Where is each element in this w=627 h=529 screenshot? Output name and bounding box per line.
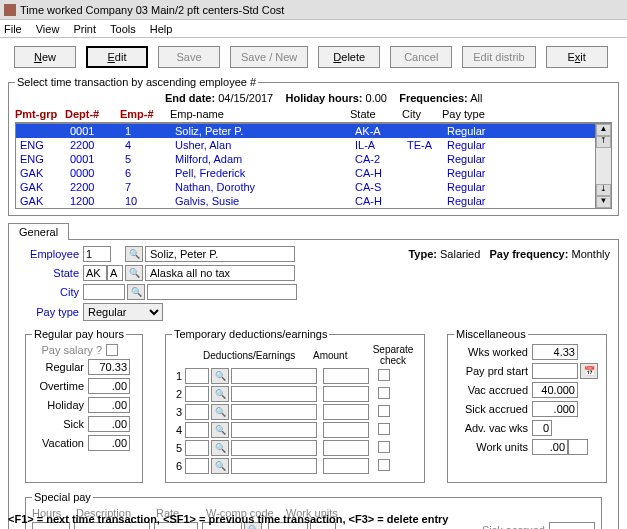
ded-amount-input[interactable] bbox=[323, 422, 369, 438]
ded-code-input[interactable] bbox=[185, 440, 209, 456]
scroll-top-icon[interactable]: ⤒ bbox=[596, 136, 611, 148]
calendar-icon[interactable]: 📅 bbox=[580, 363, 598, 379]
ded-lookup-icon[interactable]: 🔍 bbox=[211, 440, 229, 456]
tab-general[interactable]: General bbox=[8, 223, 69, 240]
paytype-label: Pay type bbox=[17, 306, 79, 318]
ded-lookup-icon[interactable]: 🔍 bbox=[211, 386, 229, 402]
ded-separate-checkbox[interactable] bbox=[378, 423, 390, 435]
footer-hint: <F1> = next time transaction, <SF1> = pr… bbox=[8, 513, 448, 525]
ded-desc-input[interactable] bbox=[231, 440, 317, 456]
scroll-down-icon[interactable]: ▼ bbox=[596, 196, 611, 208]
pay-salary-checkbox[interactable] bbox=[106, 344, 118, 356]
ded-lookup-icon[interactable]: 🔍 bbox=[211, 368, 229, 384]
ded-code-input[interactable] bbox=[185, 386, 209, 402]
edit-button[interactable]: Edit bbox=[86, 46, 148, 68]
ded-separate-checkbox[interactable] bbox=[378, 459, 390, 471]
work-units-input[interactable] bbox=[532, 439, 568, 455]
ded-desc-input[interactable] bbox=[231, 386, 317, 402]
employee-num-input[interactable] bbox=[83, 246, 111, 262]
ded-separate-checkbox[interactable] bbox=[378, 369, 390, 381]
ded-desc-input[interactable] bbox=[231, 404, 317, 420]
table-row[interactable]: ENG00015Milford, AdamCA-2Regular bbox=[16, 152, 595, 166]
misc-group: Miscellaneous Wks worked Pay prd start📅 … bbox=[447, 328, 607, 483]
employee-lookup-icon[interactable]: 🔍 bbox=[125, 246, 143, 262]
pay-salary-label: Pay salary ? bbox=[32, 344, 102, 356]
adv-vac-input[interactable] bbox=[532, 420, 552, 436]
app-icon bbox=[4, 4, 16, 16]
window-title: Time worked Company 03 Main/2 pft center… bbox=[20, 4, 284, 16]
menu-bar: File View Print Tools Help bbox=[0, 20, 627, 38]
new-button[interactable]: New bbox=[14, 46, 76, 68]
grid-scrollbar[interactable]: ▲ ⤒ ⤓ ▼ bbox=[596, 123, 612, 209]
employee-label: Employee bbox=[17, 248, 79, 260]
delete-button[interactable]: Delete bbox=[318, 46, 380, 68]
regular-hours-input[interactable] bbox=[88, 359, 130, 375]
ded-lookup-icon[interactable]: 🔍 bbox=[211, 404, 229, 420]
ded-amount-input[interactable] bbox=[323, 458, 369, 474]
type-label: Type: bbox=[408, 248, 437, 260]
menu-help[interactable]: Help bbox=[150, 23, 173, 35]
ded-code-input[interactable] bbox=[185, 422, 209, 438]
ded-separate-checkbox[interactable] bbox=[378, 387, 390, 399]
table-row[interactable]: 00011Soliz, Peter P.AK-ARegular bbox=[16, 124, 595, 138]
selector-info: End date: 04/15/2017 Holiday hours: 0.00… bbox=[15, 92, 612, 106]
table-row[interactable]: GAK120010Galvis, SusieCA-HRegular bbox=[16, 194, 595, 208]
ded-desc-input[interactable] bbox=[231, 458, 317, 474]
ded-amount-input[interactable] bbox=[323, 368, 369, 384]
holiday-hours-input[interactable] bbox=[88, 397, 130, 413]
state-lookup-icon[interactable]: 🔍 bbox=[125, 265, 143, 281]
pay-prd-input[interactable] bbox=[532, 363, 578, 379]
freq-value: Monthly bbox=[571, 248, 610, 260]
cancel-button: Cancel bbox=[390, 46, 452, 68]
state-desc-display: Alaska all no tax bbox=[145, 265, 295, 281]
sick-hours-input[interactable] bbox=[88, 416, 130, 432]
ded-desc-input[interactable] bbox=[231, 422, 317, 438]
toolbar: New Edit Save Save / New Delete Cancel E… bbox=[0, 38, 627, 72]
freq-label: Pay frequency: bbox=[490, 248, 569, 260]
menu-print[interactable]: Print bbox=[73, 23, 96, 35]
city-desc-display bbox=[147, 284, 297, 300]
sick-accrued-input[interactable] bbox=[532, 401, 578, 417]
save-new-button: Save / New bbox=[230, 46, 308, 68]
city-input[interactable] bbox=[83, 284, 125, 300]
ded-amount-input[interactable] bbox=[323, 404, 369, 420]
city-lookup-icon[interactable]: 🔍 bbox=[127, 284, 145, 300]
grid-body[interactable]: 00011Soliz, Peter P.AK-ARegular ENG22004… bbox=[15, 123, 596, 209]
selector-legend: Select time transaction by ascending emp… bbox=[15, 76, 258, 88]
vacation-hours-input[interactable] bbox=[88, 435, 130, 451]
vac-accrued-input[interactable] bbox=[532, 382, 578, 398]
ded-separate-checkbox[interactable] bbox=[378, 405, 390, 417]
ded-separate-checkbox[interactable] bbox=[378, 441, 390, 453]
scroll-up-icon[interactable]: ▲ bbox=[596, 124, 611, 136]
overtime-hours-input[interactable] bbox=[88, 378, 130, 394]
tab-bar: General bbox=[8, 222, 619, 239]
city-label: City bbox=[17, 286, 79, 298]
exit-button[interactable]: Exit bbox=[546, 46, 608, 68]
hours-group: Regular pay hours Pay salary ? Regular O… bbox=[25, 328, 143, 483]
scroll-bottom-icon[interactable]: ⤓ bbox=[596, 184, 611, 196]
ded-amount-input[interactable] bbox=[323, 386, 369, 402]
table-row[interactable]: GAK22007Nathan, DorothyCA-SRegular bbox=[16, 180, 595, 194]
deductions-group: Temporary deductions/earnings Deductions… bbox=[165, 328, 425, 483]
sp-sick-accrued-input bbox=[549, 522, 595, 529]
work-units-code-input[interactable] bbox=[568, 439, 588, 455]
menu-view[interactable]: View bbox=[36, 23, 60, 35]
menu-tools[interactable]: Tools bbox=[110, 23, 136, 35]
paytype-select[interactable]: Regular bbox=[83, 303, 163, 321]
tab-content: Employee 🔍 Soliz, Peter P. Type: Salarie… bbox=[8, 239, 619, 529]
ded-code-input[interactable] bbox=[185, 458, 209, 474]
ded-desc-input[interactable] bbox=[231, 368, 317, 384]
state-sub-input[interactable] bbox=[107, 265, 123, 281]
table-row[interactable]: ENG22004Usher, AlanIL-ATE-ARegular bbox=[16, 138, 595, 152]
ded-amount-input[interactable] bbox=[323, 440, 369, 456]
selector-group: Select time transaction by ascending emp… bbox=[8, 76, 619, 216]
ded-lookup-icon[interactable]: 🔍 bbox=[211, 458, 229, 474]
menu-file[interactable]: File bbox=[4, 23, 22, 35]
ded-code-input[interactable] bbox=[185, 404, 209, 420]
ded-code-input[interactable] bbox=[185, 368, 209, 384]
table-row[interactable]: GAK00006Pell, FrederickCA-HRegular bbox=[16, 166, 595, 180]
employee-name-display: Soliz, Peter P. bbox=[145, 246, 295, 262]
ded-lookup-icon[interactable]: 🔍 bbox=[211, 422, 229, 438]
wks-worked-input[interactable] bbox=[532, 344, 578, 360]
state-code-input[interactable] bbox=[83, 265, 107, 281]
